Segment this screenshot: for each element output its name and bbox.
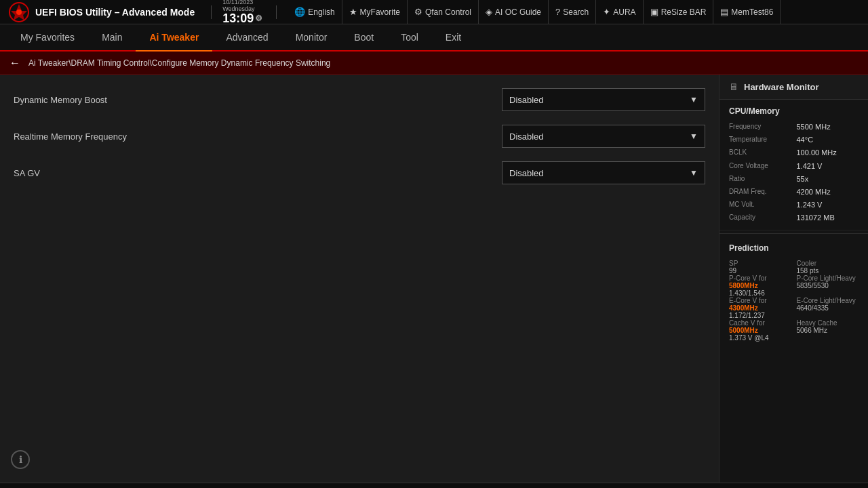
cpu-memory-title: CPU/Memory — [729, 106, 859, 116]
myfavorite-icon: ★ — [349, 7, 357, 17]
main-nav-ai_tweaker[interactable]: Ai Tweaker — [136, 24, 212, 50]
datetime-area: 10/11/2023Wednesday 13:09 ⚙ — [222, 0, 262, 24]
cpu-memory-grid: Frequency5500 MHzTemperature44°CBCLK100.… — [729, 123, 859, 223]
rog-logo-icon — [8, 1, 30, 23]
date-display: 10/11/2023Wednesday — [222, 0, 254, 12]
app-title: UEFI BIOS Utility – Advanced Mode — [35, 7, 195, 18]
memtest-label: MemTest86 — [731, 7, 773, 17]
aura-icon: ✦ — [603, 7, 610, 17]
setting-dropdown-dynamic_memory_boost[interactable]: Disabled ▼ — [502, 88, 705, 111]
header-nav-aura[interactable]: ✦AURA — [596, 0, 643, 24]
cpu-memory-section: CPU/Memory Frequency5500 MHzTemperature4… — [719, 100, 868, 230]
resizebar-icon: ▣ — [650, 7, 658, 17]
main-nav-exit[interactable]: Exit — [432, 24, 475, 50]
time-display: 13:09 ⚙ — [222, 12, 262, 24]
aioc-label: AI OC Guide — [495, 7, 541, 17]
prediction-title: Prediction — [729, 243, 859, 253]
hw-item-value: 44°C — [797, 136, 859, 144]
main-panel: Dynamic Memory Boost Disabled ▼ Realtime… — [0, 75, 719, 483]
main-nav-label-tool: Tool — [401, 32, 418, 43]
search-label: Search — [563, 7, 589, 17]
header: UEFI BIOS Utility – Advanced Mode 10/11/… — [0, 0, 868, 24]
header-divider-1 — [211, 5, 212, 19]
main-nav: My FavoritesMainAi TweakerAdvancedMonito… — [0, 24, 868, 52]
hw-item-value: 4200 MHz — [797, 188, 859, 197]
monitor-icon: 🖥 — [729, 81, 738, 92]
hw-item-label: MC Volt. — [729, 201, 791, 209]
logo-area: UEFI BIOS Utility – Advanced Mode — [8, 1, 195, 23]
breadcrumb-text: Ai Tweaker\DRAM Timing Control\Configure… — [28, 58, 330, 68]
hw-item-value: 55x — [797, 175, 859, 184]
hw-item-label: Frequency — [729, 123, 791, 131]
prediction-row: 1.373 V @L4 — [729, 334, 859, 342]
header-nav-resizebar[interactable]: ▣ReSize BAR — [644, 0, 714, 24]
breadcrumb-back-button[interactable]: ← — [9, 57, 20, 69]
hw-item-value: 131072 MB — [797, 214, 859, 222]
setting-label-sa_gv: SA GV — [14, 168, 502, 178]
hw-item-label: Capacity — [729, 214, 791, 222]
setting-row-dynamic_memory_boost: Dynamic Memory Boost Disabled ▼ — [14, 88, 705, 111]
header-nav-myfavorite[interactable]: ★MyFavorite — [342, 0, 408, 24]
main-nav-advanced[interactable]: Advanced — [212, 24, 281, 50]
main-nav-main[interactable]: Main — [88, 24, 136, 50]
hw-monitor-header: 🖥 Hardware Monitor — [719, 75, 868, 100]
hw-item-label: Core Voltage — [729, 162, 791, 171]
hw-item-label: Ratio — [729, 175, 791, 184]
hw-item-label: Temperature — [729, 136, 791, 144]
footer: Version 2.21.1278 Copyright (C) 2023 AMI… — [0, 483, 868, 488]
setting-row-sa_gv: SA GV Disabled ▼ — [14, 161, 705, 184]
dropdown-arrow-dynamic_memory_boost: ▼ — [690, 95, 698, 104]
hw-item-value: 5500 MHz — [797, 123, 859, 131]
prediction-row: 1.430/1.546 — [729, 289, 859, 297]
header-nav-qfan[interactable]: ⚙Qfan Control — [408, 0, 479, 24]
main-nav-favorites[interactable]: My Favorites — [7, 24, 88, 50]
header-nav-language[interactable]: 🌐English — [288, 0, 342, 24]
setting-dropdown-realtime_memory_frequency[interactable]: Disabled ▼ — [502, 125, 705, 148]
main-nav-label-ai_tweaker: Ai Tweaker — [149, 32, 199, 43]
language-icon: 🌐 — [294, 7, 305, 17]
resizebar-label: ReSize BAR — [661, 7, 707, 17]
aura-label: AURA — [613, 7, 635, 17]
language-label: English — [308, 7, 334, 17]
main-nav-label-favorites: My Favorites — [20, 32, 75, 43]
hw-item-value: 1.243 V — [797, 201, 859, 209]
settings-icon[interactable]: ⚙ — [255, 14, 262, 22]
memtest-icon: ▤ — [720, 7, 728, 17]
prediction-grid: SP99Cooler158 ptsP-Core V for5800MHzP-Co… — [729, 260, 859, 342]
setting-row-realtime_memory_frequency: Realtime Memory Frequency Disabled ▼ — [14, 125, 705, 148]
header-nav-memtest[interactable]: ▤MemTest86 — [713, 0, 781, 24]
setting-label-dynamic_memory_boost: Dynamic Memory Boost — [14, 95, 502, 105]
main-nav-boot[interactable]: Boot — [340, 24, 387, 50]
prediction-row: SP99Cooler158 pts — [729, 260, 859, 274]
setting-label-realtime_memory_frequency: Realtime Memory Frequency — [14, 131, 502, 142]
header-nav-search[interactable]: ?Search — [549, 0, 596, 24]
hw-item-label: BCLK — [729, 148, 791, 157]
hw-item-value: 1.421 V — [797, 162, 859, 171]
setting-dropdown-sa_gv[interactable]: Disabled ▼ — [502, 161, 705, 184]
header-nav-aioc[interactable]: ◈AI OC Guide — [479, 0, 549, 24]
prediction-row: E-Core V for4300MHzE-Core Light/Heavy464… — [729, 297, 859, 312]
header-divider-2 — [276, 5, 277, 19]
info-button[interactable]: ℹ — [11, 450, 30, 469]
prediction-row: P-Core V for5800MHzP-Core Light/Heavy583… — [729, 274, 859, 289]
setting-value-realtime_memory_frequency: Disabled — [509, 131, 544, 142]
svg-point-7 — [16, 9, 22, 15]
setting-value-sa_gv: Disabled — [509, 168, 544, 178]
main-nav-label-main: Main — [102, 32, 122, 43]
content-wrapper: Dynamic Memory Boost Disabled ▼ Realtime… — [0, 75, 868, 483]
main-nav-monitor[interactable]: Monitor — [282, 24, 341, 50]
main-nav-label-exit: Exit — [446, 32, 461, 43]
dropdown-arrow-realtime_memory_frequency: ▼ — [690, 131, 698, 141]
setting-value-dynamic_memory_boost: Disabled — [509, 95, 544, 105]
search-icon: ? — [555, 7, 560, 17]
hw-item-value: 100.00 MHz — [797, 148, 859, 157]
header-nav: 🌐English★MyFavorite⚙Qfan Control◈AI OC G… — [288, 0, 860, 24]
main-nav-tool[interactable]: Tool — [387, 24, 432, 50]
hw-monitor-title: Hardware Monitor — [744, 82, 819, 92]
myfavorite-label: MyFavorite — [360, 7, 400, 17]
prediction-section: Prediction SP99Cooler158 ptsP-Core V for… — [719, 237, 868, 348]
main-nav-label-boot: Boot — [354, 32, 374, 43]
hw-item-label: DRAM Freq. — [729, 188, 791, 197]
breadcrumb-bar: ← Ai Tweaker\DRAM Timing Control\Configu… — [0, 52, 868, 75]
hw-divider — [719, 233, 868, 234]
